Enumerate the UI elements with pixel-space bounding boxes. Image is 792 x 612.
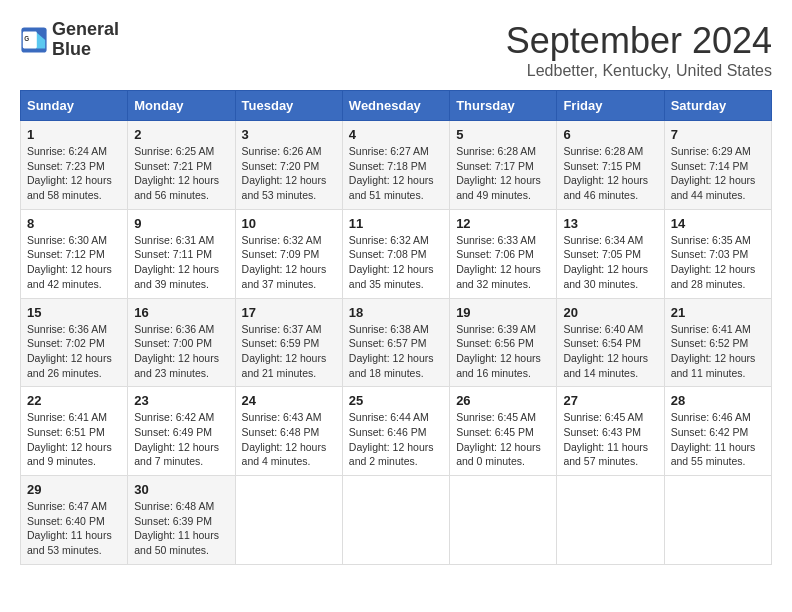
day-number: 30 <box>134 482 228 497</box>
weekday-header-tuesday: Tuesday <box>235 91 342 121</box>
calendar-cell: 9 Sunrise: 6:31 AMSunset: 7:11 PMDayligh… <box>128 209 235 298</box>
day-number: 5 <box>456 127 550 142</box>
day-number: 16 <box>134 305 228 320</box>
cell-info: Sunrise: 6:47 AMSunset: 6:40 PMDaylight:… <box>27 500 112 556</box>
cell-info: Sunrise: 6:43 AMSunset: 6:48 PMDaylight:… <box>242 411 327 467</box>
cell-info: Sunrise: 6:39 AMSunset: 6:56 PMDaylight:… <box>456 323 541 379</box>
calendar-cell: 26 Sunrise: 6:45 AMSunset: 6:45 PMDaylig… <box>450 387 557 476</box>
calendar-cell: 23 Sunrise: 6:42 AMSunset: 6:49 PMDaylig… <box>128 387 235 476</box>
day-number: 20 <box>563 305 657 320</box>
calendar-cell: 16 Sunrise: 6:36 AMSunset: 7:00 PMDaylig… <box>128 298 235 387</box>
calendar-cell: 28 Sunrise: 6:46 AMSunset: 6:42 PMDaylig… <box>664 387 771 476</box>
cell-info: Sunrise: 6:34 AMSunset: 7:05 PMDaylight:… <box>563 234 648 290</box>
calendar-cell: 13 Sunrise: 6:34 AMSunset: 7:05 PMDaylig… <box>557 209 664 298</box>
calendar-cell <box>664 476 771 565</box>
calendar-cell: 2 Sunrise: 6:25 AMSunset: 7:21 PMDayligh… <box>128 121 235 210</box>
day-number: 25 <box>349 393 443 408</box>
calendar-cell: 21 Sunrise: 6:41 AMSunset: 6:52 PMDaylig… <box>664 298 771 387</box>
title-area: September 2024 Ledbetter, Kentucky, Unit… <box>506 20 772 80</box>
cell-info: Sunrise: 6:31 AMSunset: 7:11 PMDaylight:… <box>134 234 219 290</box>
day-number: 29 <box>27 482 121 497</box>
cell-info: Sunrise: 6:41 AMSunset: 6:52 PMDaylight:… <box>671 323 756 379</box>
cell-info: Sunrise: 6:26 AMSunset: 7:20 PMDaylight:… <box>242 145 327 201</box>
cell-info: Sunrise: 6:41 AMSunset: 6:51 PMDaylight:… <box>27 411 112 467</box>
calendar-cell: 20 Sunrise: 6:40 AMSunset: 6:54 PMDaylig… <box>557 298 664 387</box>
main-title: September 2024 <box>506 20 772 62</box>
cell-info: Sunrise: 6:24 AMSunset: 7:23 PMDaylight:… <box>27 145 112 201</box>
logo-icon: G <box>20 26 48 54</box>
weekday-header-sunday: Sunday <box>21 91 128 121</box>
day-number: 4 <box>349 127 443 142</box>
day-number: 19 <box>456 305 550 320</box>
cell-info: Sunrise: 6:42 AMSunset: 6:49 PMDaylight:… <box>134 411 219 467</box>
calendar-table: SundayMondayTuesdayWednesdayThursdayFrid… <box>20 90 772 565</box>
day-number: 22 <box>27 393 121 408</box>
cell-info: Sunrise: 6:48 AMSunset: 6:39 PMDaylight:… <box>134 500 219 556</box>
calendar-cell: 10 Sunrise: 6:32 AMSunset: 7:09 PMDaylig… <box>235 209 342 298</box>
svg-text:G: G <box>24 35 29 42</box>
calendar-cell: 18 Sunrise: 6:38 AMSunset: 6:57 PMDaylig… <box>342 298 449 387</box>
calendar-cell: 7 Sunrise: 6:29 AMSunset: 7:14 PMDayligh… <box>664 121 771 210</box>
calendar-cell: 1 Sunrise: 6:24 AMSunset: 7:23 PMDayligh… <box>21 121 128 210</box>
day-number: 3 <box>242 127 336 142</box>
calendar-cell: 17 Sunrise: 6:37 AMSunset: 6:59 PMDaylig… <box>235 298 342 387</box>
cell-info: Sunrise: 6:28 AMSunset: 7:15 PMDaylight:… <box>563 145 648 201</box>
weekday-header: SundayMondayTuesdayWednesdayThursdayFrid… <box>21 91 772 121</box>
day-number: 23 <box>134 393 228 408</box>
day-number: 21 <box>671 305 765 320</box>
cell-info: Sunrise: 6:29 AMSunset: 7:14 PMDaylight:… <box>671 145 756 201</box>
cell-info: Sunrise: 6:27 AMSunset: 7:18 PMDaylight:… <box>349 145 434 201</box>
cell-info: Sunrise: 6:40 AMSunset: 6:54 PMDaylight:… <box>563 323 648 379</box>
day-number: 9 <box>134 216 228 231</box>
calendar-cell: 27 Sunrise: 6:45 AMSunset: 6:43 PMDaylig… <box>557 387 664 476</box>
cell-info: Sunrise: 6:36 AMSunset: 7:02 PMDaylight:… <box>27 323 112 379</box>
cell-info: Sunrise: 6:25 AMSunset: 7:21 PMDaylight:… <box>134 145 219 201</box>
calendar-cell: 6 Sunrise: 6:28 AMSunset: 7:15 PMDayligh… <box>557 121 664 210</box>
calendar-cell <box>450 476 557 565</box>
day-number: 12 <box>456 216 550 231</box>
weekday-header-thursday: Thursday <box>450 91 557 121</box>
calendar-week-2: 8 Sunrise: 6:30 AMSunset: 7:12 PMDayligh… <box>21 209 772 298</box>
day-number: 14 <box>671 216 765 231</box>
day-number: 2 <box>134 127 228 142</box>
day-number: 26 <box>456 393 550 408</box>
day-number: 24 <box>242 393 336 408</box>
logo: G General Blue <box>20 20 119 60</box>
calendar-week-3: 15 Sunrise: 6:36 AMSunset: 7:02 PMDaylig… <box>21 298 772 387</box>
cell-info: Sunrise: 6:32 AMSunset: 7:08 PMDaylight:… <box>349 234 434 290</box>
subtitle: Ledbetter, Kentucky, United States <box>506 62 772 80</box>
calendar-cell: 14 Sunrise: 6:35 AMSunset: 7:03 PMDaylig… <box>664 209 771 298</box>
day-number: 8 <box>27 216 121 231</box>
calendar-cell: 29 Sunrise: 6:47 AMSunset: 6:40 PMDaylig… <box>21 476 128 565</box>
day-number: 13 <box>563 216 657 231</box>
header: G General Blue September 2024 Ledbetter,… <box>20 20 772 80</box>
cell-info: Sunrise: 6:33 AMSunset: 7:06 PMDaylight:… <box>456 234 541 290</box>
cell-info: Sunrise: 6:32 AMSunset: 7:09 PMDaylight:… <box>242 234 327 290</box>
day-number: 10 <box>242 216 336 231</box>
cell-info: Sunrise: 6:35 AMSunset: 7:03 PMDaylight:… <box>671 234 756 290</box>
day-number: 27 <box>563 393 657 408</box>
day-number: 7 <box>671 127 765 142</box>
calendar-cell: 11 Sunrise: 6:32 AMSunset: 7:08 PMDaylig… <box>342 209 449 298</box>
cell-info: Sunrise: 6:30 AMSunset: 7:12 PMDaylight:… <box>27 234 112 290</box>
calendar-cell <box>342 476 449 565</box>
day-number: 18 <box>349 305 443 320</box>
weekday-header-friday: Friday <box>557 91 664 121</box>
weekday-header-wednesday: Wednesday <box>342 91 449 121</box>
cell-info: Sunrise: 6:46 AMSunset: 6:42 PMDaylight:… <box>671 411 756 467</box>
calendar-cell: 4 Sunrise: 6:27 AMSunset: 7:18 PMDayligh… <box>342 121 449 210</box>
calendar-cell: 24 Sunrise: 6:43 AMSunset: 6:48 PMDaylig… <box>235 387 342 476</box>
weekday-header-saturday: Saturday <box>664 91 771 121</box>
day-number: 17 <box>242 305 336 320</box>
cell-info: Sunrise: 6:38 AMSunset: 6:57 PMDaylight:… <box>349 323 434 379</box>
calendar-cell: 12 Sunrise: 6:33 AMSunset: 7:06 PMDaylig… <box>450 209 557 298</box>
day-number: 28 <box>671 393 765 408</box>
calendar-cell <box>557 476 664 565</box>
day-number: 15 <box>27 305 121 320</box>
day-number: 11 <box>349 216 443 231</box>
cell-info: Sunrise: 6:37 AMSunset: 6:59 PMDaylight:… <box>242 323 327 379</box>
calendar-week-5: 29 Sunrise: 6:47 AMSunset: 6:40 PMDaylig… <box>21 476 772 565</box>
calendar-cell: 3 Sunrise: 6:26 AMSunset: 7:20 PMDayligh… <box>235 121 342 210</box>
calendar-cell: 30 Sunrise: 6:48 AMSunset: 6:39 PMDaylig… <box>128 476 235 565</box>
calendar-week-4: 22 Sunrise: 6:41 AMSunset: 6:51 PMDaylig… <box>21 387 772 476</box>
